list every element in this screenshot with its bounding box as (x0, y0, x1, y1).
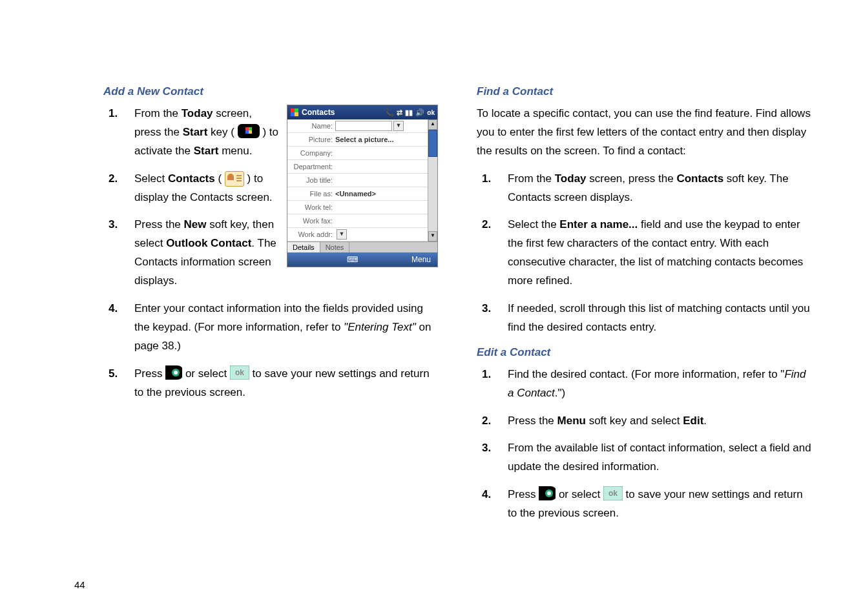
chevron-down-icon[interactable]: ▼ (337, 229, 347, 240)
step-number: 5. (103, 365, 134, 384)
list-item: 1.Find the desired contact. (For more in… (477, 365, 811, 403)
step-number: 3. (103, 216, 134, 234)
section-title: Add a New Contact (103, 85, 438, 98)
intro-text: To locate a specific contact, you can us… (477, 105, 811, 161)
action-circle-icon (165, 365, 182, 380)
page-number: 44 (74, 579, 85, 590)
scroll-up-button[interactable]: ▲ (428, 119, 437, 130)
step-number: 3. (477, 300, 508, 318)
list-item: 3.Press the New soft key, then select Ou… (103, 216, 280, 291)
svg-rect-7 (245, 130, 249, 134)
scroll-down-button[interactable]: ▼ (428, 231, 437, 241)
svg-rect-5 (245, 127, 249, 130)
step-text: From the Today screen, press the Start k… (134, 105, 280, 161)
field-label: Work fax: (287, 217, 335, 225)
step-text: Select the Enter a name... field and use… (508, 216, 811, 291)
field-label: Picture: (287, 136, 335, 143)
form-row: Job title: (287, 174, 428, 187)
field-value[interactable]: Select a picture... (335, 136, 393, 143)
step-number: 4. (103, 300, 134, 318)
form-row: Work addr:▼ (287, 228, 428, 241)
field-value[interactable]: <Unnamed> (335, 190, 376, 198)
windows-flag-icon (290, 108, 299, 117)
chevron-down-icon[interactable]: ▼ (393, 121, 404, 131)
step-text: Press the Menu soft key and select Edit. (508, 412, 811, 431)
step-text: From the available list of contact infor… (508, 439, 811, 477)
left-column: Add a New Contact Contacts 📞 ⇄ ▮▮ 🔊 ok (103, 77, 438, 532)
step-number: 1. (477, 170, 508, 189)
step-number: 2. (103, 170, 134, 189)
field-label: Name: (287, 122, 335, 130)
phone-title: Contacts (302, 108, 335, 117)
step-number: 1. (103, 105, 134, 123)
list-item: 5.Press or select ok to save your new se… (103, 365, 438, 402)
form-row: Work tel: (287, 201, 428, 214)
list-item: 3.If needed, scroll through this list of… (477, 300, 811, 337)
signal-icon: ▮▮ (405, 108, 413, 117)
form-row: File as:<Unnamed> (287, 187, 428, 201)
form-row: Department: (287, 160, 428, 174)
list-item: 2.Select Contacts ( ) to display the Con… (103, 170, 280, 207)
svg-rect-0 (291, 108, 295, 112)
list-item: 2.Select the Enter a name... field and u… (477, 216, 811, 291)
ok-button-icon: ok (230, 365, 249, 380)
step-number: 2. (477, 216, 508, 234)
svg-rect-3 (295, 112, 298, 116)
list-item: 4.Press or select ok to save your new se… (477, 486, 811, 523)
svg-rect-2 (291, 112, 295, 116)
list-item: 2.Press the Menu soft key and select Edi… (477, 412, 811, 431)
step-number: 3. (477, 439, 508, 458)
ok-button-icon: ok (603, 486, 623, 500)
step-text: If needed, scroll through this list of m… (508, 300, 811, 337)
field-label: Job title: (287, 176, 335, 184)
scrollbar[interactable]: ▲ ▼ (428, 119, 437, 241)
name-input[interactable] (335, 121, 392, 131)
step-number: 4. (477, 486, 508, 504)
svg-rect-8 (249, 130, 252, 134)
volume-icon: 🔊 (415, 108, 424, 117)
svg-text:ok: ok (608, 489, 618, 498)
right-column: Find a ContactTo locate a specific conta… (477, 77, 811, 532)
svg-point-14 (547, 491, 551, 495)
form-row: Work fax: (287, 214, 428, 228)
step-text: Press or select ok to save your new sett… (508, 486, 811, 523)
step-number: 2. (477, 412, 508, 431)
list-item: 1.From the Today screen, press the Start… (103, 105, 280, 161)
field-label: File as: (287, 190, 335, 198)
field-label: Work tel: (287, 203, 335, 211)
svg-text:ok: ok (235, 368, 244, 377)
form-row: Picture:Select a picture... (287, 133, 428, 147)
ok-status-icon: ok (427, 109, 435, 116)
phone-status-icons: 📞 ⇄ ▮▮ 🔊 ok (385, 108, 435, 117)
step-text: Select Contacts ( ) to display the Conta… (134, 170, 280, 207)
step-text: Enter your contact information into the … (134, 300, 438, 356)
tab-details[interactable]: Details (287, 242, 320, 252)
section-title: Find a Contact (477, 85, 811, 98)
sync-icon: ⇄ (397, 108, 402, 117)
step-text: Press the New soft key, then select Outl… (134, 216, 280, 291)
list-item: 4.Enter your contact information into th… (103, 300, 438, 356)
contacts-screenshot: Contacts 📞 ⇄ ▮▮ 🔊 ok Name:▼Picture:Selec… (287, 105, 438, 267)
phone-titlebar: Contacts 📞 ⇄ ▮▮ 🔊 ok (287, 105, 437, 119)
list-item: 1.From the Today screen, press the Conta… (477, 170, 811, 207)
svg-rect-6 (249, 127, 252, 130)
field-label: Work addr: (287, 231, 335, 238)
svg-rect-1 (295, 108, 298, 112)
start-flag-icon (238, 124, 260, 138)
phone-softkeys: ⌨ Menu (287, 252, 437, 267)
svg-point-10 (174, 371, 178, 375)
list-item: 3.From the available list of contact inf… (477, 439, 811, 477)
contacts-card-icon (225, 171, 244, 187)
step-text: Press or select ok to save your new sett… (134, 365, 438, 402)
softkey-right[interactable]: Menu (411, 255, 431, 264)
field-label: Department: (287, 163, 335, 170)
field-label: Company: (287, 149, 335, 157)
step-text: From the Today screen, press the Contact… (508, 170, 811, 207)
tab-notes[interactable]: Notes (320, 242, 350, 252)
phone-icon: 📞 (385, 108, 394, 117)
keyboard-icon[interactable]: ⌨ (347, 255, 358, 264)
step-text: Find the desired contact. (For more info… (508, 365, 811, 403)
scroll-thumb[interactable] (428, 130, 437, 157)
action-circle-icon (539, 486, 556, 500)
form-row: Company: (287, 147, 428, 160)
